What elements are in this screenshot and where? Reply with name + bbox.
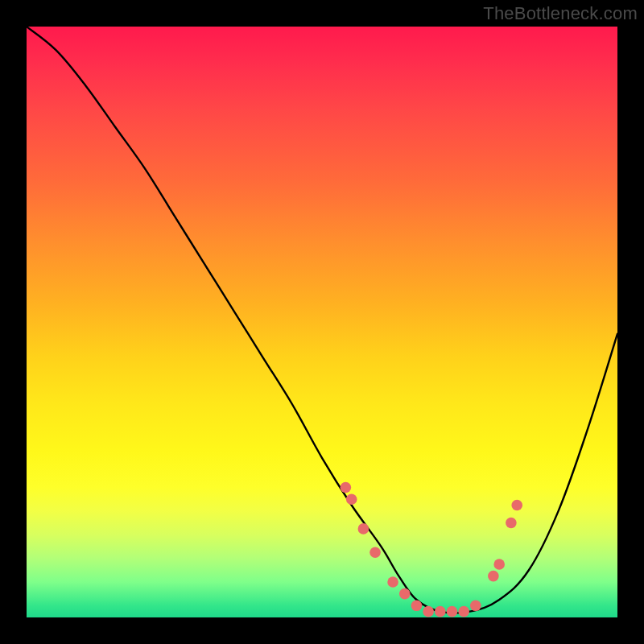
highlight-dot: [511, 500, 522, 511]
plot-area: [27, 27, 617, 617]
highlight-dot: [506, 518, 517, 529]
highlight-dot: [387, 576, 398, 588]
curve-svg: [27, 27, 617, 617]
highlight-dot: [369, 547, 381, 558]
highlight-dot: [493, 559, 505, 570]
highlight-dot: [341, 482, 352, 493]
watermark-label: TheBottleneck.com: [483, 3, 638, 24]
highlight-dots-group: [341, 482, 522, 617]
highlight-dot: [399, 588, 411, 600]
highlight-dot: [423, 606, 434, 617]
highlight-dot: [435, 606, 446, 617]
bottleneck-curve: [27, 27, 617, 613]
highlight-dot: [470, 601, 481, 612]
chart-frame: TheBottleneck.com: [0, 0, 644, 644]
highlight-dot: [411, 601, 423, 612]
highlight-dot: [358, 523, 369, 535]
highlight-dot: [488, 571, 499, 582]
highlight-dot: [458, 606, 469, 617]
highlight-dot: [346, 493, 357, 505]
highlight-dot: [447, 606, 458, 617]
